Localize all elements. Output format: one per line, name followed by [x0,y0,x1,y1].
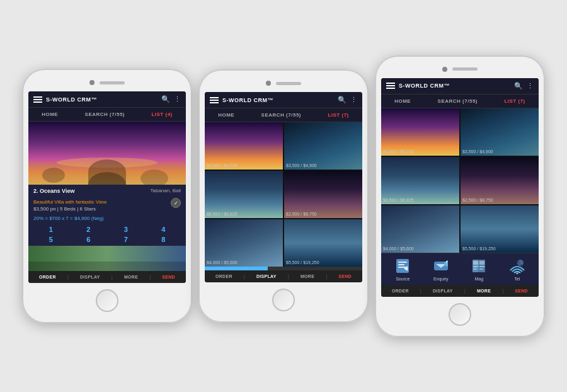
grid-price-3-2: $6,500 / $6,825 [207,212,238,216]
svg-rect-7 [28,262,186,271]
grid-price-6-2: $5,500 / $19,250 [286,260,319,265]
num-8[interactable]: 8 [146,236,181,243]
num-1[interactable]: 1 [33,226,69,233]
nav-more-2[interactable]: MORE [301,274,314,279]
tab-list-3[interactable]: LIST (7) [501,97,527,105]
grid-images-3: $4,500 / $4,725 $3,500 / $4,900 $6,500 /… [381,108,539,253]
home-btn-2[interactable] [272,289,295,311]
svg-rect-11 [398,267,406,268]
enquiry-icon-item[interactable]: Enquiry [432,257,450,281]
grid-price-5-3: $4,000 / $5,600 [383,246,414,251]
dots-icon-3[interactable]: ⋮ [527,82,534,90]
nav-display-2[interactable]: DISPLAY [256,274,277,279]
grid-price-1-3: $4,500 / $4,725 [383,149,414,154]
enquiry-icon [432,257,450,275]
screen-1: S-WORLD CRM™ 🔍 ⋮ HOME SEARCH (7/55) LIST… [28,91,186,283]
grid-cell-4-3[interactable]: $2,500 / $8,750 [461,157,539,204]
nav-send-3[interactable]: SEND [515,289,528,293]
hamburger-icon-3[interactable] [386,83,395,89]
grid-cell-3-3[interactable]: $6,500 / $6,825 [381,157,459,204]
hamburger-icon-1[interactable] [33,96,42,103]
tab-home-1[interactable]: HOME [39,110,60,118]
grid-cell-5-3[interactable]: $4,000 / $5,600 [381,205,459,253]
desc-details-1: $3,500 pn | 5 Beds | 6 Stars [33,206,106,212]
header-left-3: S-WORLD CRM™ [386,83,450,89]
search-icon-1[interactable]: 🔍 [161,95,170,103]
num-5[interactable]: 5 [33,236,69,243]
nav-send-1[interactable]: SEND [162,275,175,279]
nav-order-2[interactable]: ORDER [215,274,232,279]
grid-cell-6-2[interactable]: $5,500 / $19,250 [284,219,362,267]
bottom-nav-3: ORDER | DISPLAY | MORE | SEND [381,285,539,297]
num-4[interactable]: 4 [146,226,181,233]
tel-label: Tel [514,277,520,281]
camera-1 [89,80,94,85]
grid-cell-2-3[interactable]: $3,500 / $4,900 [461,108,539,156]
mag-icon-item[interactable]: Mag [470,257,488,281]
grid-cell-1-2[interactable]: $4,500 / $4,725 [205,122,283,170]
check-circle-1[interactable]: ✓ [171,198,181,208]
num-6[interactable]: 6 [71,236,106,243]
tab-home-2[interactable]: HOME [215,111,237,119]
grid-cell-4-2[interactable]: $2,500 / $8,750 [284,171,362,218]
svg-rect-22 [473,266,478,267]
icons-section-3: Source Enquiry [381,253,539,285]
nav-send-2[interactable]: SEND [338,274,352,279]
tab-list-2[interactable]: LIST (7) [325,111,351,119]
dots-icon-2[interactable]: ⋮ [350,96,357,104]
search-icon-2[interactable]: 🔍 [338,96,346,104]
tel-icon-item[interactable]: 📞 Tel [508,257,526,281]
grid-cell-5-2[interactable]: $4,000 / $5,600 [205,219,283,267]
nav-tabs-1: HOME SEARCH (7/55) LIST (4) [28,108,186,122]
property-image-1 [28,122,186,185]
hamburger-icon-2[interactable] [210,97,219,103]
nav-display-1[interactable]: DISPLAY [80,275,100,279]
svg-rect-23 [479,266,484,267]
svg-rect-25 [479,268,483,270]
grid-cell-6-3[interactable]: $5,500 / $19,250 [461,205,539,253]
dots-icon-1[interactable]: ⋮ [174,95,181,103]
home-btn-3[interactable] [449,303,471,326]
grid-price-4-2: $2,500 / $8,750 [286,212,317,216]
svg-rect-9 [398,262,407,263]
num-2[interactable]: 2 [71,226,106,233]
nav-more-1[interactable]: MORE [124,275,138,279]
phone-top-3 [442,67,478,72]
phone-3: S-WORLD CRM™ 🔍 ⋮ HOME SEARCH (7/55) LIST… [375,55,545,337]
property-location-1: Tabanan, Bali [151,188,181,193]
svg-point-1 [88,172,126,185]
nav-tabs-3: HOME SEARCH (7/55) LIST (7) [381,95,539,108]
source-label: Source [396,277,410,281]
grid-price-1-2: $4,500 / $4,725 [207,163,238,168]
nav-display-3[interactable]: DISPLAY [433,289,453,293]
tab-list-1[interactable]: LIST (4) [149,110,175,118]
speaker-3 [452,67,478,71]
property-svg-1 [28,122,186,185]
nav-more-3[interactable]: MORE [477,289,491,293]
num-3[interactable]: 3 [108,226,144,233]
tab-home-3[interactable]: HOME [392,97,413,105]
nav-order-1[interactable]: ORDER [39,275,56,279]
svg-point-26 [516,272,518,274]
property-desc-1: Beautiful Villa with fantastic View $3,5… [28,197,186,214]
price-calc-1: 20% = $700 x 7 = $4,900 (Neg) [28,214,186,223]
tab-search-2[interactable]: SEARCH (7/55) [259,111,304,119]
mag-label: Mag [474,277,483,281]
num-7[interactable]: 7 [108,236,144,243]
screen-3: S-WORLD CRM™ 🔍 ⋮ HOME SEARCH (7/55) LIST… [381,78,539,297]
grid-cell-1-3[interactable]: $4,500 / $4,725 [381,108,459,156]
tab-search-3[interactable]: SEARCH (7/55) [435,97,480,105]
search-icon-3[interactable]: 🔍 [514,82,523,90]
app-header-1: S-WORLD CRM™ 🔍 ⋮ [28,91,186,108]
source-icon-item[interactable]: Source [394,257,411,281]
app-header-3: S-WORLD CRM™ 🔍 ⋮ [381,78,539,95]
bottom-nav-2: ORDER | DISPLAY | MORE | SEND [205,270,362,282]
mag-icon [470,257,488,275]
grid-cell-2-2[interactable]: $3,500 / $4,900 [284,122,362,170]
grid-cell-3-2[interactable]: $6,500 / $6,825 [205,171,283,218]
grid-price-2-3: $3,500 / $4,900 [462,149,493,154]
home-btn-1[interactable] [96,289,118,312]
header-left-2: S-WORLD CRM™ [210,97,273,103]
nav-order-3[interactable]: ORDER [392,289,409,293]
tab-search-1[interactable]: SEARCH (7/55) [83,110,127,118]
